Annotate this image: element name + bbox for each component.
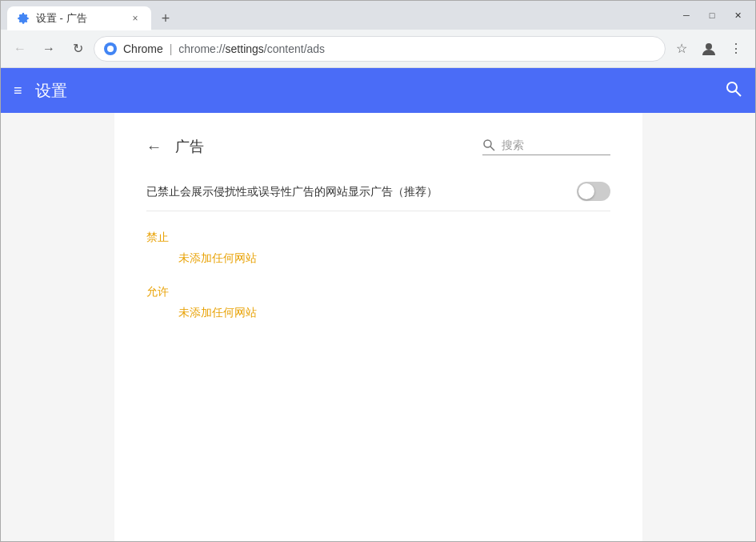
block-empty-message: 未添加任何网站 [178, 251, 610, 266]
back-arrow-icon[interactable]: ← [146, 138, 162, 156]
svg-line-3 [736, 90, 742, 96]
allow-empty-message: 未添加任何网站 [178, 306, 610, 320]
close-button[interactable]: ✕ [726, 7, 749, 23]
block-section-label: 禁止 [146, 231, 610, 245]
forward-button[interactable]: → [36, 36, 62, 62]
page-title: 广告 [175, 137, 204, 156]
minimize-button[interactable]: ─ [675, 7, 698, 23]
maximize-button[interactable]: □ [701, 7, 723, 23]
header-search-icon[interactable] [725, 80, 742, 102]
svg-point-4 [484, 140, 491, 147]
hamburger-icon[interactable]: ≡ [14, 82, 22, 99]
content-area: ← 广告 已禁止会展示侵扰性或误导性广告的网站显示广告（推荐） 禁止 未添加任何… [1, 113, 755, 541]
menu-button[interactable]: ⋮ [723, 36, 749, 62]
reload-button[interactable]: ↻ [65, 36, 90, 62]
site-favicon [104, 42, 117, 55]
app-header: ≡ 设置 [1, 68, 755, 113]
bookmark-button[interactable]: ☆ [669, 36, 694, 62]
allow-section-label: 允许 [146, 285, 610, 299]
title-bar: 设置 - 广告 × + ─ □ ✕ [1, 1, 755, 30]
app-title: 设置 [35, 80, 67, 102]
address-domain: settings [226, 42, 264, 55]
tab-title: 设置 - 广告 [36, 11, 122, 26]
browser-window: 设置 - 广告 × + ─ □ ✕ ← → ↻ Chrome | chrome:… [0, 0, 756, 542]
window-controls: ─ □ ✕ [675, 7, 749, 23]
svg-point-2 [727, 82, 737, 92]
search-input[interactable] [502, 139, 606, 151]
account-button[interactable] [696, 36, 722, 62]
nav-actions: ☆ ⋮ [669, 36, 749, 62]
address-text: Chrome | chrome://settings/content/ads [123, 42, 655, 55]
new-tab-button[interactable]: + [154, 7, 177, 30]
allow-section: 允许 未添加任何网站 [146, 285, 610, 320]
settings-panel: ← 广告 已禁止会展示侵扰性或误导性广告的网站显示广告（推荐） 禁止 未添加任何… [114, 113, 642, 541]
toggle-row: 已禁止会展示侵扰性或误导性广告的网站显示广告（推荐） [146, 172, 610, 211]
tab-close-button[interactable]: × [129, 12, 142, 25]
back-button[interactable]: ← [7, 36, 33, 62]
block-section: 禁止 未添加任何网站 [146, 231, 610, 266]
page-header: ← 广告 [146, 129, 610, 172]
active-tab[interactable]: 设置 - 广告 × [7, 6, 151, 30]
address-bar[interactable]: Chrome | chrome://settings/content/ads [94, 36, 666, 62]
tab-favicon [17, 12, 30, 25]
address-separator: | [170, 42, 173, 55]
navigation-bar: ← → ↻ Chrome | chrome://settings/content… [1, 30, 755, 68]
address-url: chrome://settings/content/ads [178, 42, 325, 55]
svg-point-1 [706, 43, 712, 50]
search-icon [482, 139, 495, 151]
svg-line-5 [490, 147, 494, 151]
svg-point-0 [107, 46, 114, 52]
tabs-area: 设置 - 广告 × + [7, 1, 675, 30]
search-area [482, 139, 610, 155]
toggle-knob [578, 183, 594, 199]
address-browser-label: Chrome [123, 42, 163, 55]
toggle-label: 已禁止会展示侵扰性或误导性广告的网站显示广告（推荐） [146, 183, 577, 200]
toggle-switch[interactable] [577, 182, 610, 201]
